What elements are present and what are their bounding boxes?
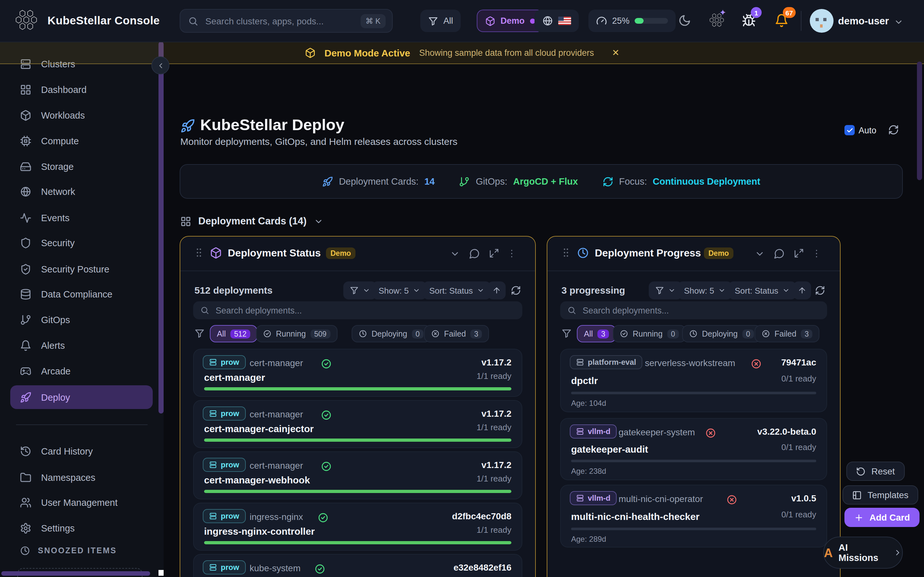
sort-dropdown-button[interactable]: Sort: Status xyxy=(728,282,796,300)
filter-dropdown-button[interactable] xyxy=(343,282,376,300)
sidebar-item-data-compliance[interactable]: Data Compliance xyxy=(10,282,153,306)
sidebar-item-card-history[interactable]: Card History xyxy=(10,439,153,463)
chip-running[interactable]: Running509 xyxy=(256,325,338,342)
filter-dropdown-button[interactable] xyxy=(649,282,682,300)
templates-icon xyxy=(852,490,862,500)
sidebar-item-arcade[interactable]: Arcade xyxy=(10,359,153,383)
search-icon xyxy=(188,16,198,26)
sidebar-item-deploy[interactable]: Deploy xyxy=(10,385,153,409)
sidebar-item-label: Settings xyxy=(41,523,75,533)
sort-direction-button[interactable] xyxy=(488,282,506,300)
sidebar-vertical-scrollbar[interactable] xyxy=(158,42,164,414)
deployment-row[interactable]: prow kube-system e32e8482ef16 xyxy=(193,554,522,577)
page-subtitle: Monitor deployments, GitOps, and Helm re… xyxy=(180,136,457,147)
more-menu-icon[interactable] xyxy=(811,248,822,259)
sidebar-item-settings[interactable]: Settings xyxy=(10,516,153,540)
deployment-row[interactable]: platform-eval serverless-workstream 7947… xyxy=(560,349,827,412)
chip-running[interactable]: Running0 xyxy=(613,325,686,342)
sidebar-collapse-button[interactable] xyxy=(152,56,170,74)
dark-mode-moon-icon[interactable] xyxy=(678,14,691,27)
refresh-icon[interactable] xyxy=(815,285,825,295)
page-vertical-scrollbar[interactable] xyxy=(917,61,922,180)
ready-count: 1/1 ready xyxy=(477,371,511,381)
chip-deploying[interactable]: Deploying0 xyxy=(682,325,761,342)
chip-count: 0 xyxy=(667,329,679,338)
sidebar-item-gitops[interactable]: GitOps xyxy=(10,308,153,332)
filter-all-button[interactable]: All xyxy=(420,10,461,32)
card-title: Deployment Progress xyxy=(595,247,701,259)
sort-direction-button[interactable] xyxy=(793,282,811,300)
refresh-icon[interactable] xyxy=(511,285,521,295)
reset-button[interactable]: Reset xyxy=(846,462,905,481)
collapse-chevron-icon[interactable] xyxy=(450,249,460,259)
show-dropdown-button[interactable]: Show: 5 xyxy=(678,282,732,300)
card-header[interactable]: Deployment Progress Demo xyxy=(548,237,840,271)
chip-count: 0 xyxy=(742,329,754,338)
deployment-row[interactable]: prow cert-manager v1.17.2 1/1 ready cert… xyxy=(193,349,522,397)
templates-button[interactable]: Templates xyxy=(843,485,918,504)
ai-missions-button[interactable]: A AI Missions xyxy=(823,537,903,569)
drag-handle-icon[interactable] xyxy=(560,247,572,258)
version: d2fbc4ec70d8 xyxy=(452,511,511,521)
usage-gauge-button[interactable]: 25% xyxy=(588,10,676,32)
deployment-row[interactable]: prow ingress-nginx d2fbc4ec70d8 1/1 read… xyxy=(193,503,522,551)
debug-button[interactable]: 1 xyxy=(742,13,756,30)
chip-failed[interactable]: Failed3 xyxy=(424,325,489,342)
progress-bar xyxy=(571,460,816,462)
sidebar-item-alerts[interactable]: Alerts xyxy=(10,334,153,357)
stat-value: 14 xyxy=(425,176,435,187)
sidebar-item-events[interactable]: Events xyxy=(10,206,153,229)
sidebar-item-dashboard[interactable]: Dashboard xyxy=(10,77,153,101)
drag-handle-icon[interactable] xyxy=(193,247,205,258)
sidebar-item-compute[interactable]: Compute xyxy=(10,129,153,153)
snoozed-items-header[interactable]: SNOOZED ITEMS xyxy=(20,546,117,556)
more-menu-icon[interactable] xyxy=(506,248,517,259)
sidebar-item-user-management[interactable]: User Management xyxy=(10,490,153,514)
language-button[interactable] xyxy=(535,10,579,32)
global-search-input[interactable] xyxy=(204,15,360,27)
version: v1.17.2 xyxy=(481,408,511,419)
collapse-chevron-icon[interactable] xyxy=(754,249,765,259)
deployment-row[interactable]: prow cert-manager v1.17.2 1/1 ready cert… xyxy=(193,451,522,500)
progress-bar xyxy=(571,392,816,394)
notifications-button[interactable]: 67 xyxy=(774,13,788,30)
deployment-row[interactable]: vllm-d gatekeeper-system v3.22.0-beta.0 … xyxy=(560,418,827,480)
sidebar-item-workloads[interactable]: Workloads xyxy=(10,103,153,127)
x-circle-icon xyxy=(762,330,770,338)
card-search[interactable] xyxy=(193,301,522,319)
sidebar-item-security-posture[interactable]: Security Posture xyxy=(10,257,153,281)
card-header[interactable]: Deployment Status Demo xyxy=(180,237,535,271)
chip-all[interactable]: All3 xyxy=(577,325,616,342)
expand-icon[interactable] xyxy=(794,248,804,258)
comment-icon[interactable] xyxy=(774,248,785,259)
card-search-input[interactable] xyxy=(214,305,515,316)
sidebar-item-namespaces[interactable]: Namespaces xyxy=(10,466,153,489)
expand-icon[interactable] xyxy=(489,248,499,258)
page-title: KubeStellar Deploy xyxy=(200,116,344,134)
sidebar-horizontal-scrollbar[interactable] xyxy=(1,571,150,576)
global-search[interactable]: ⌘ K xyxy=(180,9,393,33)
user-menu[interactable]: demo-user xyxy=(805,5,914,37)
demo-mode-button[interactable]: Demo xyxy=(477,10,543,32)
chip-failed[interactable]: Failed3 xyxy=(754,325,820,342)
sort-dropdown-button[interactable]: Sort: Status xyxy=(423,282,491,300)
sidebar-item-storage[interactable]: Storage xyxy=(10,155,153,178)
show-dropdown-button[interactable]: Show: 5 xyxy=(372,282,427,300)
add-card-button[interactable]: Add Card xyxy=(845,508,919,527)
card-search-input[interactable] xyxy=(582,305,820,316)
deployment-cards-section-header[interactable]: Deployment Cards (14) xyxy=(180,215,323,227)
banner-close-icon[interactable]: ✕ xyxy=(612,47,619,58)
refresh-icon[interactable] xyxy=(888,124,899,135)
deployment-row[interactable]: prow cert-manager v1.17.2 1/1 ready cert… xyxy=(193,400,522,448)
deployments-count: 512 deployments xyxy=(194,285,272,295)
sidebar-item-network[interactable]: Network xyxy=(10,179,153,203)
ai-assistant-button[interactable]: ✦ xyxy=(709,13,724,28)
chip-all[interactable]: All512 xyxy=(210,325,257,342)
sidebar-item-security[interactable]: Security xyxy=(10,231,153,255)
card-search[interactable] xyxy=(560,301,827,319)
comment-icon[interactable] xyxy=(469,248,480,259)
auto-refresh-checkbox[interactable] xyxy=(845,125,855,135)
deployment-row[interactable]: vllm-d multi-nic-cni-operator v1.0.5 0/1… xyxy=(560,485,827,548)
chevron-down-icon xyxy=(894,17,903,27)
chip-deploying[interactable]: Deploying0 xyxy=(352,325,431,342)
